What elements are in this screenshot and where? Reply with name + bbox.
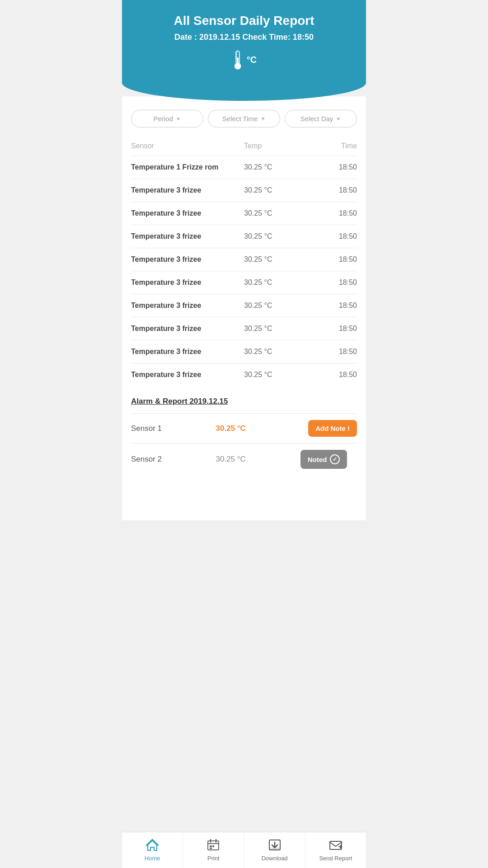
alarm-section: Alarm & Report 2019.12.15 Sensor 1 30.25… xyxy=(131,397,357,475)
filter-row: Period ▼ Select Time ▼ Select Day ▼ xyxy=(131,110,357,127)
row-temp: 30.25 °C xyxy=(244,186,312,194)
alarm-sensor-name: Sensor 1 xyxy=(131,424,216,433)
period-label: Period xyxy=(153,115,173,123)
row-sensor: Temperature 3 frizee xyxy=(131,325,244,333)
row-sensor: Temperature 3 frizee xyxy=(131,278,244,287)
row-temp: 30.25 °C xyxy=(244,163,312,171)
alarm-sensor-name: Sensor 2 xyxy=(131,455,216,464)
row-sensor: Temperature 1 Frizze rom xyxy=(131,163,244,171)
alarm-action-btn[interactable]: Add Note ! xyxy=(300,420,357,437)
row-time: 18:50 xyxy=(312,302,357,310)
alarm-temp-value: 30.25 °C xyxy=(216,424,301,433)
period-dropdown[interactable]: Period ▼ xyxy=(131,110,203,127)
row-temp: 30.25 °C xyxy=(244,325,312,333)
thermometer-icon: °C xyxy=(231,49,257,72)
row-time: 18:50 xyxy=(312,163,357,171)
table-row: Temperature 3 frizee 30.25 °C 18:50 xyxy=(131,294,357,317)
row-sensor: Temperature 3 frizee xyxy=(131,186,244,194)
alarm-row: Sensor 1 30.25 °C Add Note ! xyxy=(131,413,357,443)
page-title: All Sensor Daily Report xyxy=(131,14,357,28)
row-time: 18:50 xyxy=(312,232,357,241)
main-content: Period ▼ Select Time ▼ Select Day ▼ Sens… xyxy=(122,96,366,520)
header-date: Date : 2019.12.15 Check Time: 18:50 xyxy=(131,33,357,42)
col-header-sensor: Sensor xyxy=(131,142,244,150)
select-time-label: Select Time xyxy=(222,115,258,123)
row-time: 18:50 xyxy=(312,371,357,379)
row-sensor: Temperature 3 frizee xyxy=(131,209,244,217)
alarm-rows: Sensor 1 30.25 °C Add Note ! Sensor 2 30… xyxy=(131,413,357,475)
sensor-table: Temperature 1 Frizze rom 30.25 °C 18:50 … xyxy=(131,156,357,386)
row-temp: 30.25 °C xyxy=(244,302,312,310)
table-row: Temperature 3 frizee 30.25 °C 18:50 xyxy=(131,248,357,271)
alarm-action-btn[interactable]: Noted ✓ xyxy=(300,450,357,469)
row-temp: 30.25 °C xyxy=(244,232,312,241)
table-row: Temperature 3 frizee 30.25 °C 18:50 xyxy=(131,202,357,225)
row-sensor: Temperature 3 frizee xyxy=(131,255,244,264)
table-row: Temperature 3 frizee 30.25 °C 18:50 xyxy=(131,317,357,340)
row-temp: 30.25 °C xyxy=(244,371,312,379)
col-header-temp: Temp xyxy=(244,142,312,150)
row-sensor: Temperature 3 frizee xyxy=(131,302,244,310)
celsius-label: °C xyxy=(247,55,257,65)
check-circle-icon: ✓ xyxy=(330,454,340,464)
row-temp: 30.25 °C xyxy=(244,278,312,287)
row-temp: 30.25 °C xyxy=(244,255,312,264)
select-time-dropdown[interactable]: Select Time ▼ xyxy=(208,110,280,127)
svg-point-6 xyxy=(235,63,240,69)
row-time: 18:50 xyxy=(312,325,357,333)
table-header: Sensor Temp Time xyxy=(131,138,357,154)
table-row: Temperature 3 frizee 30.25 °C 18:50 xyxy=(131,179,357,202)
table-row: Temperature 3 frizee 30.25 °C 18:50 xyxy=(131,340,357,363)
row-sensor: Temperature 3 frizee xyxy=(131,232,244,241)
row-time: 18:50 xyxy=(312,348,357,356)
alarm-temp-value: 30.25 °C xyxy=(216,455,301,464)
table-row: Temperature 3 frizee 30.25 °C 18:50 xyxy=(131,363,357,386)
select-day-dropdown[interactable]: Select Day ▼ xyxy=(285,110,357,127)
table-row: Temperature 3 frizee 30.25 °C 18:50 xyxy=(131,271,357,294)
row-time: 18:50 xyxy=(312,209,357,217)
row-time: 18:50 xyxy=(312,278,357,287)
row-time: 18:50 xyxy=(312,255,357,264)
period-chevron-icon: ▼ xyxy=(176,116,181,122)
alarm-row: Sensor 2 30.25 °C Noted ✓ xyxy=(131,443,357,475)
table-row: Temperature 3 frizee 30.25 °C 18:50 xyxy=(131,225,357,248)
row-temp: 30.25 °C xyxy=(244,209,312,217)
row-sensor: Temperature 3 frizee xyxy=(131,348,244,356)
page-header: All Sensor Daily Report Date : 2019.12.1… xyxy=(122,0,366,101)
noted-button[interactable]: Noted ✓ xyxy=(300,450,347,469)
add-note-button[interactable]: Add Note ! xyxy=(308,420,357,437)
select-day-chevron-icon: ▼ xyxy=(336,116,341,122)
row-sensor: Temperature 3 frizee xyxy=(131,371,244,379)
row-time: 18:50 xyxy=(312,186,357,194)
row-temp: 30.25 °C xyxy=(244,348,312,356)
select-day-label: Select Day xyxy=(300,115,333,123)
table-row: Temperature 1 Frizze rom 30.25 °C 18:50 xyxy=(131,156,357,179)
select-time-chevron-icon: ▼ xyxy=(260,116,266,122)
col-header-time: Time xyxy=(312,142,357,150)
alarm-title: Alarm & Report 2019.12.15 xyxy=(131,397,357,406)
